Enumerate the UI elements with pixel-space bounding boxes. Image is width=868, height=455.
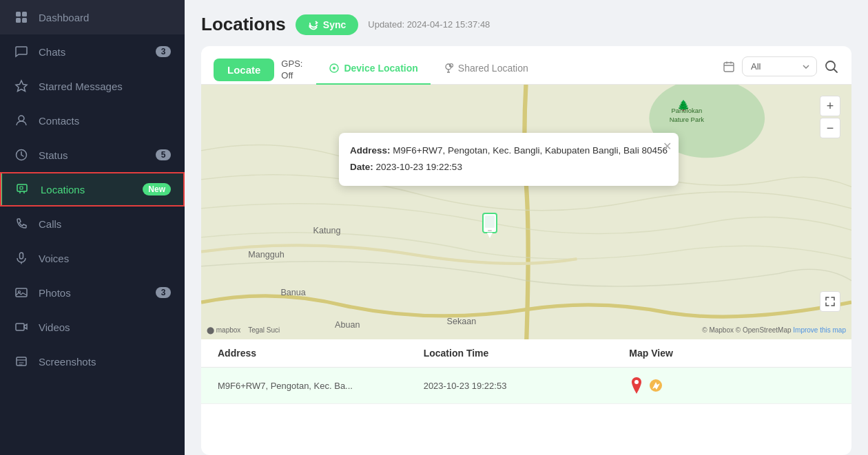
video-icon	[14, 319, 29, 335]
tab-shared-location[interactable]: Shared Location	[431, 56, 541, 85]
sidebar-item-status[interactable]: Status 5	[0, 138, 185, 172]
phone-icon	[14, 216, 29, 231]
row-map-view[interactable]	[629, 376, 835, 395]
svg-point-5	[19, 116, 24, 121]
svg-rect-2	[16, 18, 21, 23]
svg-text:Sekaan: Sekaan	[447, 317, 477, 326]
main-content: Locations Sync Updated: 2024-04-12 15:37…	[185, 0, 868, 455]
zoom-out-button[interactable]: −	[820, 118, 840, 138]
sidebar-item-label: Starred Messages	[39, 81, 171, 92]
page-title: Locations	[201, 14, 286, 35]
gps-status: GPS: Off	[281, 59, 302, 82]
sidebar-item-label: Status	[39, 149, 146, 161]
svg-rect-8	[20, 187, 23, 189]
col-address: Address	[218, 348, 424, 359]
table-row[interactable]: M9F6+RW7, Pengotan, Kec. Ba... 2023-10-2…	[201, 368, 851, 404]
svg-rect-10	[16, 288, 27, 297]
sidebar-item-locations[interactable]: Locations New	[0, 172, 185, 207]
tab-actions: All Today This Week This Month	[723, 56, 839, 83]
chats-badge: 3	[156, 46, 171, 57]
map-pin-icon	[629, 376, 644, 395]
row-location-time: 2023-10-23 19:22:53	[424, 381, 630, 391]
fullscreen-icon	[825, 296, 836, 307]
sidebar-item-label: Dashboard	[39, 12, 171, 23]
image-icon	[14, 285, 29, 300]
sidebar-item-videos[interactable]: Videos	[0, 310, 185, 344]
row-address: M9F6+RW7, Pengotan, Kec. Ba...	[218, 381, 424, 391]
device-location-pin	[480, 212, 499, 238]
improve-map-link[interactable]: Improve this map	[793, 326, 846, 334]
svg-rect-1	[22, 12, 27, 17]
svg-text:Abuan: Abuan	[335, 320, 360, 330]
chat-icon	[14, 44, 29, 59]
map-container[interactable]: Mangguh Katung Banua Abuan Sengkaduan Se…	[201, 85, 851, 339]
sidebar-item-dashboard[interactable]: Dashboard	[0, 0, 185, 34]
sidebar: Dashboard Chats 3 Starred Messages Conta…	[0, 0, 185, 455]
sidebar-item-starred-messages[interactable]: Starred Messages	[0, 69, 185, 103]
clock-icon	[14, 147, 29, 162]
sidebar-item-voices[interactable]: Voices	[0, 241, 185, 275]
col-map-view: Map View	[629, 348, 835, 359]
svg-rect-17	[724, 63, 734, 72]
sidebar-item-contacts[interactable]: Contacts	[0, 103, 185, 138]
sidebar-item-label: Videos	[39, 321, 171, 333]
svg-marker-4	[16, 81, 27, 92]
location-panel: Locate GPS: Off Device Location	[201, 46, 851, 455]
fullscreen-button[interactable]	[820, 291, 840, 312]
svg-text:Mangguh: Mangguh	[248, 250, 284, 260]
col-location-time: Location Time	[424, 348, 630, 359]
tab-device-location[interactable]: Device Location	[316, 56, 430, 85]
sidebar-item-label: Voices	[39, 253, 171, 264]
sidebar-item-label: Contacts	[39, 115, 171, 127]
zoom-in-button[interactable]: +	[820, 96, 840, 116]
sidebar-item-label: Photos	[39, 287, 146, 299]
svg-text:Nature Park: Nature Park	[670, 116, 705, 123]
sidebar-item-label: Screenshots	[39, 356, 171, 368]
popup-date: Date: 2023-10-23 19:22:53	[350, 159, 668, 176]
popup-address: Address: M9F6+RW7, Pengotan, Kec. Bangli…	[350, 142, 668, 159]
screenshot-icon	[14, 354, 29, 369]
sidebar-item-calls[interactable]: Calls	[0, 207, 185, 241]
svg-point-15	[333, 67, 335, 70]
locate-button[interactable]: Locate	[214, 59, 274, 81]
sidebar-item-label: Chats	[39, 46, 146, 58]
satellite-icon	[648, 378, 663, 393]
table-header: Address Location Time Map View	[201, 339, 851, 368]
shared-location-icon	[443, 63, 454, 74]
updated-timestamp: Updated: 2024-04-12 15:37:48	[368, 19, 490, 30]
sidebar-item-label: Calls	[39, 218, 171, 230]
svg-text:Katung: Katung	[313, 226, 341, 235]
sidebar-item-label: Locations	[41, 184, 133, 195]
sync-button[interactable]: Sync	[296, 14, 358, 35]
tab-bar: Locate GPS: Off Device Location	[201, 46, 851, 85]
svg-rect-3	[22, 18, 27, 23]
sidebar-item-screenshots[interactable]: Screenshots	[0, 344, 185, 379]
location-icon	[16, 182, 31, 197]
svg-rect-13	[17, 357, 26, 366]
photos-badge: 3	[156, 287, 171, 298]
location-table: Address Location Time Map View M9F6+RW7,…	[201, 339, 851, 455]
person-icon	[14, 113, 29, 128]
svg-rect-9	[20, 253, 23, 259]
map-zoom-controls: + −	[820, 96, 840, 138]
svg-point-37	[634, 380, 639, 384]
map-attribution: © Mapbox © OpenStreetMap Improve this ma…	[702, 326, 846, 334]
search-button[interactable]	[824, 59, 839, 74]
svg-rect-0	[16, 12, 21, 17]
sidebar-item-chats[interactable]: Chats 3	[0, 34, 185, 69]
search-icon	[824, 59, 839, 74]
map-background: Mangguh Katung Banua Abuan Sengkaduan Se…	[201, 85, 851, 339]
map-popup: ✕ Address: M9F6+RW7, Pengotan, Kec. Bang…	[339, 133, 679, 186]
svg-rect-7	[17, 184, 27, 191]
popup-close-button[interactable]: ✕	[663, 137, 672, 157]
sidebar-item-photos[interactable]: Photos 3	[0, 275, 185, 310]
svg-text:🌲: 🌲	[677, 99, 690, 112]
svg-rect-12	[16, 324, 24, 330]
status-badge: 5	[156, 149, 171, 160]
sync-icon	[308, 19, 319, 30]
device-location-icon	[329, 63, 340, 74]
grid-icon	[14, 10, 29, 25]
mic-icon	[14, 251, 29, 266]
filter-select[interactable]: All Today This Week This Month	[742, 56, 817, 76]
svg-rect-35	[485, 215, 495, 228]
